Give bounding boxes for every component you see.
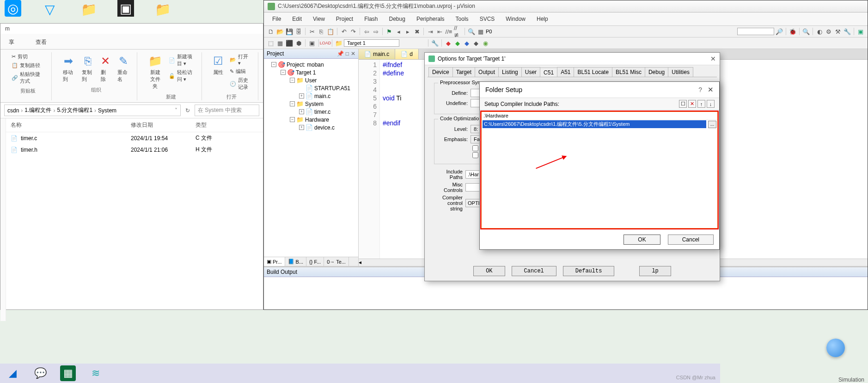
menu-flash[interactable]: Flash	[360, 14, 382, 24]
bookmark-clear-icon[interactable]: ✖	[413, 27, 421, 36]
taskbar-app[interactable]: ◢	[5, 365, 20, 381]
new-path-button[interactable]: ☐	[679, 100, 687, 108]
tree-file[interactable]: timer.c	[314, 109, 330, 115]
tab-bl51-locate[interactable]: BL51 Locate	[574, 67, 612, 77]
target-icon[interactable]: 📁	[335, 39, 343, 47]
target-combo[interactable]: Target 1	[344, 39, 399, 47]
config2-icon[interactable]: ⚙	[825, 27, 833, 36]
col-type[interactable]: 类型	[196, 121, 232, 129]
copy-icon[interactable]: ⎘	[317, 27, 325, 36]
delete-button[interactable]: ✕删除	[98, 52, 113, 85]
find-in-files-icon[interactable]: 🔎	[775, 27, 783, 36]
taskbar-wechat[interactable]: 💬	[32, 365, 48, 381]
tree-file[interactable]: STARTUP.A51	[314, 85, 350, 92]
file-row[interactable]: 📄 timer.c 2024/1/1 19:54 C 文件	[6, 132, 263, 144]
expand-icon[interactable]: +	[299, 125, 304, 130]
paste-icon[interactable]: 📋	[326, 27, 335, 36]
desktop-folder-icon[interactable]: 📁	[79, 0, 99, 19]
find-icon[interactable]: 🔍	[467, 27, 476, 36]
menu-svcs[interactable]: SVCS	[475, 14, 500, 24]
menu-edit[interactable]: Edit	[287, 14, 306, 24]
expand-icon[interactable]: +	[299, 93, 304, 99]
tab-functions[interactable]: {} F...	[306, 257, 324, 266]
breadcrumb-seg[interactable]: 5.分文件编程1	[57, 106, 92, 114]
tab-bl51-misc[interactable]: BL51 Misc	[612, 67, 645, 77]
ribbon-tab-view[interactable]: 查看	[32, 36, 50, 49]
tab-c51[interactable]: C51	[540, 68, 557, 77]
manage1-icon[interactable]: ◆	[444, 39, 452, 47]
comment-icon[interactable]: //≡	[445, 27, 453, 36]
move-to-button[interactable]: ➡移动到	[60, 52, 77, 85]
path-row[interactable]: .\Hardware	[482, 112, 717, 120]
build-icon[interactable]: ⬚	[267, 39, 275, 47]
collapse-icon[interactable]: −	[290, 101, 295, 106]
uncomment-icon[interactable]: //≢	[454, 27, 462, 36]
nav-pane[interactable]	[0, 118, 6, 321]
cancel-button[interactable]: Cancel	[512, 266, 556, 276]
tree-target[interactable]: Target 1	[296, 69, 316, 76]
menu-debug[interactable]: Debug	[385, 14, 410, 24]
properties-button[interactable]: ☑属性	[210, 52, 226, 78]
new-folder-button[interactable]: 📁新建 文件夹	[146, 52, 165, 92]
desktop-app-icon[interactable]: ▽	[40, 0, 60, 19]
ok-button[interactable]: OK	[473, 266, 505, 276]
defaults-button[interactable]: Defaults	[563, 266, 615, 276]
download-icon[interactable]: LOAD	[321, 39, 330, 47]
titlebar[interactable]: C:\Users\26067\Desktop\csdn\1.编程文件\5.分文件…	[264, 0, 868, 12]
path-row-selected[interactable]: C:\Users\26067\Desktop\csdn\1.编程文件\5.分文件…	[482, 120, 717, 129]
search-input[interactable]: 在 System 中搜索	[195, 105, 259, 116]
chevron-down-icon[interactable]: ˅	[175, 107, 177, 114]
cancel-button[interactable]: Cancel	[668, 235, 714, 245]
save-all-icon[interactable]: 🗄	[294, 27, 303, 36]
move-up-button[interactable]: ↑	[697, 100, 705, 108]
open-file-icon[interactable]: 📂	[276, 27, 284, 36]
bookmark-icon[interactable]: ⚑	[385, 27, 393, 36]
build-all-icon[interactable]: ▦	[276, 39, 284, 47]
collapse-icon[interactable]: −	[281, 70, 286, 75]
cut-button[interactable]: ✂剪切	[10, 52, 47, 61]
tree-group[interactable]: User	[305, 77, 317, 84]
zoom-icon[interactable]: 🔍	[802, 27, 810, 36]
pin-icon[interactable]: 📌	[337, 50, 344, 57]
history-button[interactable]: 🕘历史记录	[228, 76, 253, 92]
config3-icon[interactable]: ⚒	[834, 27, 842, 36]
window-icon[interactable]: ▣	[856, 27, 865, 36]
breadcrumb[interactable]: csdn› 1.编程文件› 5.分文件编程1› System ˅	[4, 105, 181, 116]
save-icon[interactable]: 💾	[285, 27, 293, 36]
folder-titlebar[interactable]: Folder Setup ? ✕	[480, 82, 719, 98]
project-tree[interactable]: −🎯Project: moban −🎯Target 1 −📁User +📄STA…	[264, 59, 358, 257]
wrench-icon[interactable]: 🔧	[843, 27, 851, 36]
code-content[interactable]: #ifndef #define void Ti #endif	[380, 60, 407, 259]
breadcrumb-seg[interactable]: System	[98, 107, 116, 114]
cut-icon[interactable]: ✂	[308, 27, 316, 36]
chk-do[interactable]	[472, 152, 478, 158]
open-button[interactable]: 📂打开 ▾	[228, 52, 253, 67]
collapse-icon[interactable]: −	[271, 62, 276, 67]
collapse-icon[interactable]: −	[290, 117, 295, 122]
bookmark-prev-icon[interactable]: ◂	[394, 27, 403, 36]
tab-user[interactable]: User	[521, 67, 540, 77]
editor-tab[interactable]: 📄main.c	[359, 49, 395, 59]
move-down-button[interactable]: ↓	[707, 100, 715, 108]
breadcrumb-seg[interactable]: csdn	[7, 107, 19, 114]
ribbon-tab-share[interactable]: 享	[5, 36, 18, 49]
redo-icon[interactable]: ↷	[349, 27, 357, 36]
collapse-icon[interactable]: −	[290, 78, 295, 83]
col-name[interactable]: 名称	[11, 121, 131, 129]
outdent-icon[interactable]: ⇤	[435, 27, 444, 36]
menu-project[interactable]: Project	[331, 14, 358, 24]
nav-fwd-icon[interactable]: ⇨	[372, 27, 380, 36]
help-button[interactable]: lp	[639, 266, 671, 276]
p0-icon[interactable]: ▦	[477, 27, 485, 36]
file-row[interactable]: 📄 timer.h 2024/1/1 21:06 H 文件	[6, 144, 263, 155]
new-file-icon[interactable]: 🗋	[267, 27, 275, 36]
new-item-button[interactable]: 📄新建项目 ▾	[167, 52, 197, 68]
tab-books[interactable]: 📘B...	[285, 257, 307, 266]
desktop-app-icon[interactable]: ◎	[5, 0, 21, 17]
nav-back-icon[interactable]: ⇦	[362, 27, 371, 36]
bookmark-next-icon[interactable]: ▸	[403, 27, 412, 36]
menu-window[interactable]: Window	[501, 14, 530, 24]
tree-file[interactable]: device.c	[314, 124, 335, 131]
menu-peripherals[interactable]: Peripherals	[412, 14, 449, 24]
tab-debug[interactable]: Debug	[645, 67, 668, 77]
